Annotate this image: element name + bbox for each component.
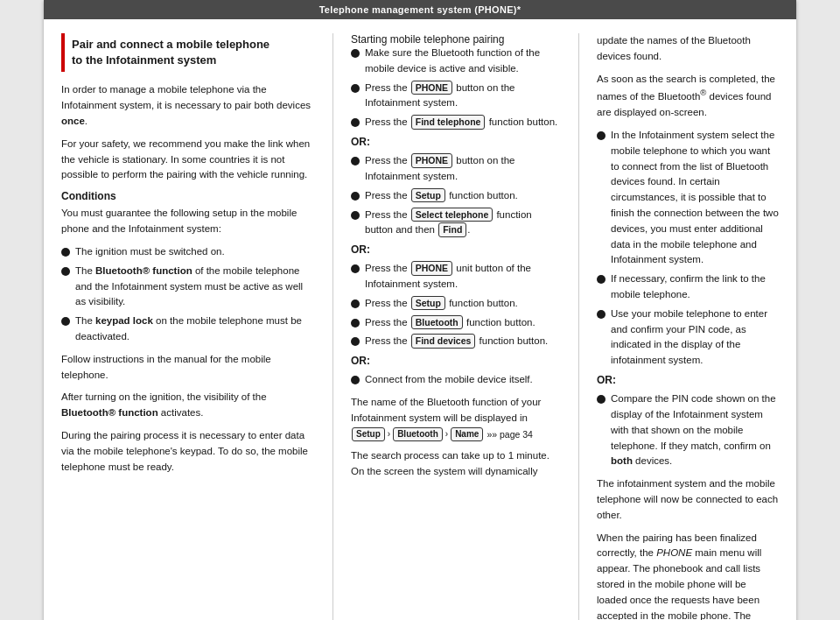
right-para3: The infotainment system and the mobile t… <box>597 476 779 523</box>
bullet-dot <box>351 319 360 328</box>
breadcrumb-arrow-1: › <box>388 427 390 441</box>
bullet-dot <box>351 49 360 58</box>
left-para5: During the pairing process it is necessa… <box>61 428 315 475</box>
right-para4: When the pairing has been finalized corr… <box>597 531 779 620</box>
breadcrumb-setup: Setup <box>352 427 385 441</box>
setup-btn-1: Setup <box>411 188 445 203</box>
or-label-2: OR: <box>351 243 561 256</box>
left-para3: Follow instructions in the manual for th… <box>61 352 315 384</box>
bullet-dot <box>61 248 70 257</box>
left-para4: After turning on the ignition, the visib… <box>61 390 315 421</box>
page: Telephone management system (PHONE)* Pai… <box>44 0 796 620</box>
or-label-1: OR: <box>351 136 561 148</box>
breadcrumb-arrow-2: › <box>445 427 448 441</box>
bullet-dot <box>597 395 606 404</box>
mid-bullet-3: Press the Find telephone function button… <box>351 115 561 130</box>
mid-bullet-10: Press the Find devices function button. <box>351 334 561 349</box>
mid-bullet-8: Press the Setup function button. <box>351 296 561 312</box>
right-bullet-2: If necessary, confirm the link to the mo… <box>597 271 779 303</box>
bullet-3: The keypad lock on the mobile telephone … <box>61 314 315 345</box>
mid-bullet-4: Press the PHONE button on the Infotainme… <box>351 153 561 185</box>
col-divider-right <box>578 33 579 620</box>
setup-btn-2: Setup <box>411 296 445 311</box>
middle-column: Starting mobile telephone pairing Make s… <box>351 33 561 620</box>
phone-btn-3: PHONE <box>411 261 452 276</box>
right-column: update the names of the Bluetooth device… <box>597 33 779 620</box>
right-para2: As soon as the search is completed, the … <box>597 72 779 121</box>
bullet-1: The ignition must be switched on. <box>61 244 315 260</box>
bullet-dot <box>351 211 360 220</box>
bullet-dot <box>351 157 360 166</box>
mid-bullet-6: Press the Select telephone function butt… <box>351 208 561 239</box>
bullet-dot <box>351 84 360 93</box>
right-bullet-3: Use your mobile telephone to enter and c… <box>597 306 779 369</box>
breadcrumb-bluetooth: Bluetooth <box>393 427 443 441</box>
breadcrumb: Setup › Bluetooth › Name »» page 34 <box>351 427 533 441</box>
col-divider-left <box>332 33 333 620</box>
section-title: Pair and connect a mobile telephone to t… <box>72 37 308 68</box>
mid-bullet-1: Make sure the Bluetooth function of the … <box>351 46 561 77</box>
page-content: Pair and connect a mobile telephone to t… <box>44 19 796 620</box>
find-telephone-btn: Find telephone <box>411 115 486 130</box>
mid-bullet-9: Press the Bluetooth function button. <box>351 315 561 331</box>
bullet-dot <box>597 310 606 319</box>
bullet-dot <box>351 376 360 384</box>
bullet-dot <box>61 317 70 326</box>
right-or-label: OR: <box>597 374 779 386</box>
find-btn-1: Find <box>438 222 466 237</box>
phone-btn-2: PHONE <box>411 153 452 168</box>
left-column: Pair and connect a mobile telephone to t… <box>61 33 315 620</box>
phone-btn-1: PHONE <box>411 81 452 95</box>
header-title: Telephone management system (PHONE)* <box>319 4 522 15</box>
header-bar: Telephone management system (PHONE)* <box>44 0 796 19</box>
breadcrumb-name: Name <box>451 427 483 441</box>
left-para1: In order to manage a mobile telephone vi… <box>61 82 315 129</box>
left-para2: For your safety, we recommend you make t… <box>61 137 315 183</box>
mid-bullet-5: Press the Setup function button. <box>351 188 561 204</box>
bullet-dot <box>597 131 606 140</box>
conditions-heading: Conditions <box>61 190 315 202</box>
right-para1: update the names of the Bluetooth device… <box>597 33 779 65</box>
section-title-box: Pair and connect a mobile telephone to t… <box>61 33 315 72</box>
bluetooth-btn-1: Bluetooth <box>411 315 463 330</box>
bullet-dot <box>61 267 70 276</box>
right-bullet-1: In the Infotainment system select the mo… <box>597 128 779 268</box>
bullet-dot <box>351 118 360 127</box>
bullet-2: The Bluetooth® function of the mobile te… <box>61 264 315 310</box>
bullet-dot <box>351 299 360 308</box>
right-bullet-4: Compare the PIN code shown on the displa… <box>597 391 779 469</box>
bullet-dot <box>351 264 360 273</box>
breadcrumb-page: »» page 34 <box>486 427 533 441</box>
bullet-dot <box>351 192 360 201</box>
mid-bullet-11: Connect from the mobile device itself. <box>351 372 561 388</box>
or-label-3: OR: <box>351 355 561 367</box>
mid-bullet-7: Press the PHONE unit button of the Infot… <box>351 261 561 292</box>
starting-heading: Starting mobile telephone pairing <box>351 33 561 46</box>
select-telephone-btn: Select telephone <box>411 208 493 222</box>
bullet-dot <box>597 275 606 284</box>
mid-para-search: The search process can take up to 1 minu… <box>351 448 561 480</box>
mid-para-name: The name of the Bluetooth function of yo… <box>351 395 561 441</box>
conditions-intro: You must guarantee the following setup i… <box>61 206 315 237</box>
mid-bullet-2: Press the PHONE button on the Infotainme… <box>351 81 561 112</box>
find-devices-btn: Find devices <box>411 334 476 349</box>
bullet-dot <box>351 337 360 346</box>
